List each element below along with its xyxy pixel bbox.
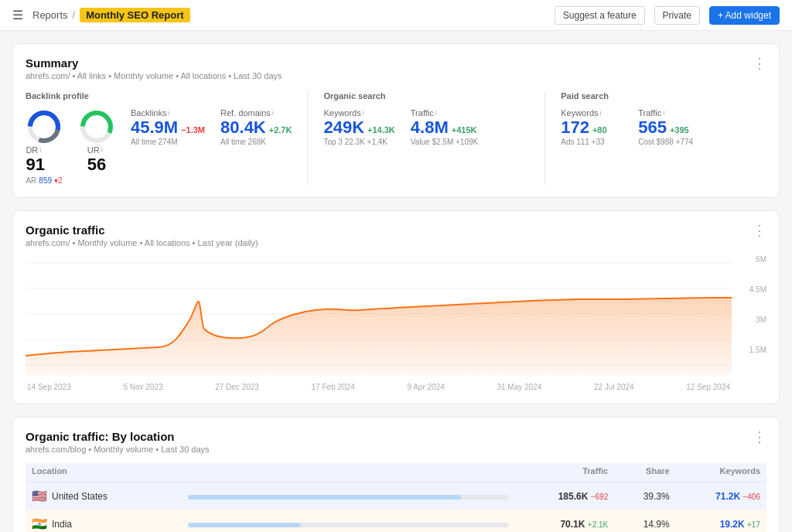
summary-subtitle: ahrefs.com/ • All links • Monthly volume…: [26, 71, 282, 80]
backlink-metrics: DRi 91 AR 859 ▾2: [26, 108, 292, 185]
table-row: 🇮🇳 India 70.1K +2.1K 14.9% 19.2K +17: [26, 510, 766, 532]
backlink-profile-section: Backlink profile DRi 91 AR: [26, 91, 292, 185]
by-location-title: Organic traffic: By location: [26, 430, 210, 443]
ur-value: 56: [87, 155, 106, 175]
col-location: Location: [26, 463, 182, 483]
ur-metric: URi 56: [78, 108, 115, 175]
share-cell: 14.9%: [614, 510, 675, 532]
dr-value: 91: [26, 155, 62, 175]
summary-grid: Backlink profile DRi 91 AR: [26, 91, 766, 185]
dr-donut-chart: [26, 108, 63, 145]
organic-traffic-chart: [26, 255, 732, 379]
organic-traffic-menu-icon[interactable]: ⋮: [753, 223, 766, 237]
breadcrumb-current: Monthly SEO Report: [80, 8, 189, 22]
add-widget-button[interactable]: + Add widget: [709, 6, 780, 25]
location-name: 🇺🇸 United States: [26, 483, 182, 510]
col-bar: [182, 463, 515, 483]
flag-icon: 🇮🇳: [32, 517, 47, 531]
share-cell: 39.3%: [614, 483, 675, 510]
by-location-header-left: Organic traffic: By location ahrefs.com/…: [26, 430, 210, 454]
col-keywords: Keywords: [676, 463, 766, 483]
breadcrumb-reports[interactable]: Reports: [32, 9, 68, 21]
suggest-feature-button[interactable]: Suggest a feature: [555, 6, 645, 25]
organic-traffic-header: Organic traffic ahrefs.com/ • Monthly vo…: [26, 223, 766, 247]
dr-label: DRi: [26, 145, 62, 155]
summary-title: Summary: [26, 56, 282, 70]
summary-menu-icon[interactable]: ⋮: [753, 56, 766, 70]
traffic-cell: 70.1K +2.1K: [515, 510, 614, 532]
bar-background: [188, 523, 509, 527]
organic-traffic-header-left: Organic traffic ahrefs.com/ • Monthly vo…: [26, 223, 258, 247]
ref-domains-metric: Ref. domainsi 80.4K +2.7K All time 268K: [220, 108, 292, 146]
summary-header-left: Summary ahrefs.com/ • All links • Monthl…: [26, 56, 282, 80]
paid-search-section: Paid search Keywordsi 172 +80 Ads 111 +3…: [561, 91, 766, 185]
bar-fill: [188, 495, 461, 500]
paid-search-metrics: Keywordsi 172 +80 Ads 111 +33 Traffici 5…: [561, 108, 766, 146]
chart-x-axis: 14 Sep 2023 5 Nov 2023 27 Dec 2023 17 Fe…: [26, 383, 732, 391]
organic-search-metrics: Keywordsi 249K +14.3K Top 3 22.3K +1.4K …: [323, 108, 529, 146]
col-traffic: Traffic: [515, 463, 614, 483]
chart-svg-wrap: 14 Sep 2023 5 Nov 2023 27 Dec 2023 17 Fe…: [26, 255, 732, 391]
top-nav: ☰ Reports / Monthly SEO Report Suggest a…: [0, 0, 792, 31]
by-location-card: Organic traffic: By location ahrefs.com/…: [12, 417, 780, 532]
table-row: 🇺🇸 United States 185.6K −692 39.3% 71.2K…: [26, 483, 766, 510]
flag-icon: 🇺🇸: [32, 489, 47, 503]
location-name: 🇮🇳 India: [26, 510, 182, 532]
breadcrumb: ☰ Reports / Monthly SEO Report: [12, 8, 190, 22]
bar-fill: [188, 523, 300, 527]
keywords-cell: 19.2K +17: [676, 510, 766, 532]
summary-card: Summary ahrefs.com/ • All links • Monthl…: [12, 43, 780, 198]
dr-metric: DRi 91 AR 859 ▾2: [26, 108, 63, 185]
location-table: Location Traffic Share Keywords 🇺🇸 Unite…: [26, 463, 766, 532]
paid-keywords-metric: Keywordsi 172 +80 Ads 111 +33: [561, 108, 623, 146]
organic-traffic-title: Organic traffic: [26, 223, 258, 237]
main-content: Summary ahrefs.com/ • All links • Monthl…: [0, 31, 792, 532]
organic-traffic-card: Organic traffic ahrefs.com/ • Monthly vo…: [12, 210, 780, 404]
organic-search-title: Organic search: [323, 91, 529, 101]
organic-search-section: Organic search Keywordsi 249K +14.3K Top…: [323, 91, 529, 185]
organic-traffic-subtitle: ahrefs.com/ • Monthly volume • All locat…: [26, 238, 258, 247]
location-table-body: 🇺🇸 United States 185.6K −692 39.3% 71.2K…: [26, 483, 766, 532]
backlink-profile-title: Backlink profile: [26, 91, 292, 101]
organic-keywords-metric: Keywordsi 249K +14.3K Top 3 22.3K +1.4K: [323, 108, 394, 146]
paid-search-title: Paid search: [561, 91, 766, 101]
divider-2: [544, 91, 545, 185]
traffic-bar-cell: [182, 510, 515, 532]
ar-row: AR 859 ▾2: [26, 176, 62, 185]
backlinks-metric: Backlinksi 45.9M −1.3M All time 274M: [131, 108, 205, 146]
private-button[interactable]: Private: [654, 6, 700, 25]
summary-card-header: Summary ahrefs.com/ • All links • Monthl…: [26, 56, 766, 80]
topnav-actions: Suggest a feature Private + Add widget: [555, 6, 780, 25]
keywords-cell: 71.2K −406: [676, 483, 766, 510]
chart-y-axis: 6M 4.5M 3M 1.5M: [736, 255, 766, 376]
organic-traffic-metric: Traffici 4.8M +415K Value $2.5M +109K: [411, 108, 478, 146]
by-location-subtitle: ahrefs.com/blog • Monthly volume • Last …: [26, 445, 210, 454]
divider-1: [307, 91, 308, 185]
traffic-bar-cell: [182, 483, 515, 510]
by-location-menu-icon[interactable]: ⋮: [753, 430, 766, 444]
paid-traffic-metric: Traffici 565 +395 Cost $988 +774: [638, 108, 700, 146]
col-share: Share: [614, 463, 675, 483]
bar-background: [188, 495, 509, 500]
hamburger-icon[interactable]: ☰: [12, 8, 23, 22]
table-header-row: Location Traffic Share Keywords: [26, 463, 766, 483]
ur-donut: [78, 108, 115, 145]
ur-label: URi: [87, 145, 106, 155]
traffic-cell: 185.6K −692: [515, 483, 614, 510]
chart-container: 6M 4.5M 3M 1.5M: [26, 255, 766, 391]
breadcrumb-separator: /: [73, 9, 76, 21]
by-location-header: Organic traffic: By location ahrefs.com/…: [26, 430, 766, 454]
